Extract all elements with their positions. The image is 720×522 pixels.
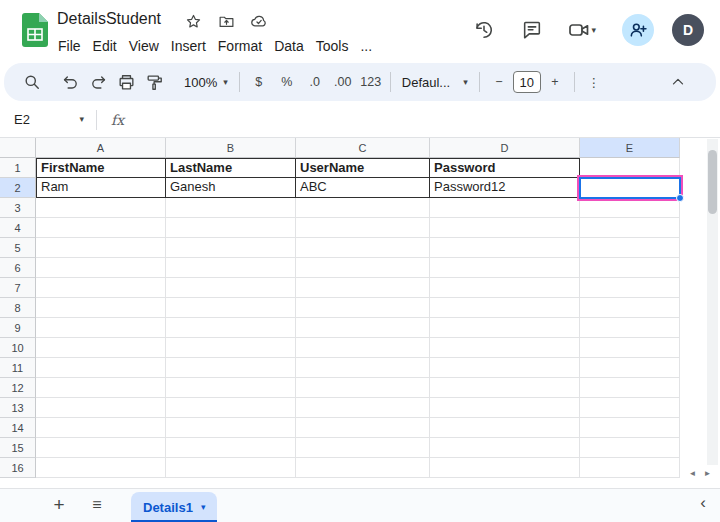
cell-D10[interactable] xyxy=(430,338,580,358)
cell-B14[interactable] xyxy=(166,418,296,438)
undo-button[interactable] xyxy=(56,68,84,96)
cell-E15[interactable] xyxy=(580,438,680,458)
cell-E12[interactable] xyxy=(580,378,680,398)
row-header-16[interactable]: 16 xyxy=(0,458,36,478)
row-header-7[interactable]: 7 xyxy=(0,278,36,298)
row-header-5[interactable]: 5 xyxy=(0,238,36,258)
cell-B10[interactable] xyxy=(166,338,296,358)
cell-D6[interactable] xyxy=(430,258,580,278)
paint-format-button[interactable] xyxy=(140,68,168,96)
column-header-B[interactable]: B xyxy=(166,138,296,158)
currency-format-button[interactable]: $ xyxy=(245,68,273,96)
cell-C12[interactable] xyxy=(296,378,430,398)
cell-D5[interactable] xyxy=(430,238,580,258)
column-header-A[interactable]: A xyxy=(36,138,166,158)
increase-decimal-button[interactable]: .00 xyxy=(329,68,357,96)
cell-A12[interactable] xyxy=(36,378,166,398)
cell-C2[interactable]: ABC xyxy=(296,178,430,198)
decrease-decimal-button[interactable]: .0 xyxy=(301,68,329,96)
print-button[interactable] xyxy=(112,68,140,96)
cell-C13[interactable] xyxy=(296,398,430,418)
cell-D12[interactable] xyxy=(430,378,580,398)
cell-C4[interactable] xyxy=(296,218,430,238)
menu-file[interactable]: File xyxy=(52,36,87,56)
cell-E1[interactable] xyxy=(580,158,680,178)
select-all-corner[interactable] xyxy=(0,138,36,158)
cell-B12[interactable] xyxy=(166,378,296,398)
row-header-13[interactable]: 13 xyxy=(0,398,36,418)
add-sheet-button[interactable]: + xyxy=(46,492,72,518)
cell-D13[interactable] xyxy=(430,398,580,418)
cell-B8[interactable] xyxy=(166,298,296,318)
cell-C8[interactable] xyxy=(296,298,430,318)
percent-format-button[interactable]: % xyxy=(273,68,301,96)
column-header-D[interactable]: D xyxy=(430,138,580,158)
cell-A13[interactable] xyxy=(36,398,166,418)
cell-B2[interactable]: Ganesh xyxy=(166,178,296,198)
increase-font-size-button[interactable]: + xyxy=(541,68,569,96)
row-header-6[interactable]: 6 xyxy=(0,258,36,278)
cell-D2[interactable]: Password12 xyxy=(430,178,580,198)
cell-A7[interactable] xyxy=(36,278,166,298)
search-button[interactable] xyxy=(18,68,46,96)
row-header-11[interactable]: 11 xyxy=(0,358,36,378)
cell-A6[interactable] xyxy=(36,258,166,278)
cell-C6[interactable] xyxy=(296,258,430,278)
save-status-button[interactable] xyxy=(250,12,268,30)
sheet-tab-details1[interactable]: Details1 ▾ xyxy=(131,492,217,522)
cell-B15[interactable] xyxy=(166,438,296,458)
fill-handle[interactable] xyxy=(676,194,684,202)
cell-E3[interactable] xyxy=(580,198,680,218)
cell-A8[interactable] xyxy=(36,298,166,318)
cell-D16[interactable] xyxy=(430,458,580,478)
row-header-4[interactable]: 4 xyxy=(0,218,36,238)
cell-A5[interactable] xyxy=(36,238,166,258)
row-header-9[interactable]: 9 xyxy=(0,318,36,338)
cell-D4[interactable] xyxy=(430,218,580,238)
cell-D8[interactable] xyxy=(430,298,580,318)
menu-view[interactable]: View xyxy=(123,36,165,56)
cell-A2[interactable]: Ram xyxy=(36,178,166,198)
name-box[interactable]: E2 ▾ xyxy=(0,112,92,127)
cell-A11[interactable] xyxy=(36,358,166,378)
cell-E13[interactable] xyxy=(580,398,680,418)
cell-A3[interactable] xyxy=(36,198,166,218)
column-header-C[interactable]: C xyxy=(296,138,430,158)
version-history-button[interactable] xyxy=(471,14,497,46)
cell-B1[interactable]: LastName xyxy=(166,158,296,178)
cell-E14[interactable] xyxy=(580,418,680,438)
collapse-side-panel-button[interactable]: ‹ xyxy=(700,493,706,513)
font-select[interactable]: Defaul... ▾ xyxy=(396,75,474,90)
menu-insert[interactable]: Insert xyxy=(165,36,212,56)
row-header-1[interactable]: 1 xyxy=(0,158,36,178)
cell-A16[interactable] xyxy=(36,458,166,478)
cell-D14[interactable] xyxy=(430,418,580,438)
horizontal-scroll-arrows[interactable]: ◄ ► xyxy=(682,466,718,481)
font-size-input[interactable]: 10 xyxy=(513,71,541,93)
row-header-3[interactable]: 3 xyxy=(0,198,36,218)
row-header-8[interactable]: 8 xyxy=(0,298,36,318)
spreadsheet-grid[interactable]: ABCDE1FirstNameLastNameUserNamePassword2… xyxy=(0,138,720,488)
cell-C9[interactable] xyxy=(296,318,430,338)
account-avatar[interactable]: D xyxy=(672,14,704,46)
more-formats-button[interactable]: 123 xyxy=(357,68,385,96)
cell-E2[interactable] xyxy=(580,178,680,198)
more-toolbar-button[interactable]: ⋮ xyxy=(580,68,608,96)
vertical-scrollbar-thumb[interactable] xyxy=(708,150,717,214)
cell-A1[interactable]: FirstName xyxy=(36,158,166,178)
cell-D9[interactable] xyxy=(430,318,580,338)
cell-E11[interactable] xyxy=(580,358,680,378)
cell-E8[interactable] xyxy=(580,298,680,318)
cell-E9[interactable] xyxy=(580,318,680,338)
star-button[interactable] xyxy=(184,12,202,30)
zoom-select[interactable]: 100% ▾ xyxy=(178,75,234,90)
row-header-12[interactable]: 12 xyxy=(0,378,36,398)
redo-button[interactable] xyxy=(84,68,112,96)
cell-B16[interactable] xyxy=(166,458,296,478)
meet-button[interactable]: ▾ xyxy=(567,18,596,42)
cell-C14[interactable] xyxy=(296,418,430,438)
cell-C5[interactable] xyxy=(296,238,430,258)
cell-B5[interactable] xyxy=(166,238,296,258)
cell-C16[interactable] xyxy=(296,458,430,478)
column-header-E[interactable]: E xyxy=(580,138,680,158)
